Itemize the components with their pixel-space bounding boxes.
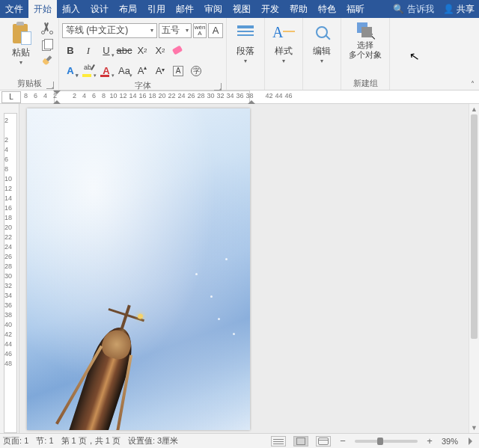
tab-home[interactable]: 开始: [28, 0, 57, 18]
tab-mailings[interactable]: 邮件: [171, 0, 199, 18]
grow-font-button[interactable]: A: [134, 63, 150, 79]
document-area: 2246810121416182022242628303234363840424…: [0, 104, 469, 433]
styles-dropdown[interactable]: ▾: [282, 58, 285, 64]
collapse-ribbon-button[interactable]: ˄: [471, 80, 475, 88]
clipboard-launcher[interactable]: [46, 82, 54, 89]
document-canvas[interactable]: [19, 104, 469, 433]
char-border-button[interactable]: A: [170, 63, 186, 79]
zoom-dialog-button[interactable]: [469, 438, 476, 445]
tab-file[interactable]: 文件: [0, 0, 28, 18]
paragraph-icon[interactable]: [234, 21, 257, 43]
eraser-button[interactable]: [170, 43, 186, 59]
vertical-scrollbar[interactable]: ▲ ▼: [469, 104, 479, 433]
tell-me-search[interactable]: 🔍 告诉我: [388, 3, 439, 16]
select-multiple-line2[interactable]: 多个对象: [349, 50, 382, 60]
web-layout-button[interactable]: [316, 436, 331, 447]
font-launcher[interactable]: [214, 83, 222, 90]
cut-button[interactable]: [40, 22, 54, 34]
search-icon: 🔍: [393, 4, 404, 14]
tab-review[interactable]: 审阅: [199, 0, 228, 18]
styles-group-label: [268, 78, 299, 90]
ribbon: 粘贴 ▾ 剪贴板 等线 (中文正文)▾ 五号▾ wénA A B I U▾: [0, 18, 479, 90]
bold-button[interactable]: B: [62, 43, 79, 59]
font-color-button[interactable]: ▾: [98, 63, 115, 79]
group-paragraph: 段落 ▾: [227, 18, 265, 90]
mouse-cursor: ↖: [408, 49, 420, 64]
zoom-value[interactable]: 39%: [442, 437, 458, 446]
menu-tabs: 文件 开始 插入 设计 布局 引用 邮件 审阅 视图 开发 帮助 特色 福昕 🔍…: [0, 0, 479, 18]
styles-button[interactable]: 样式: [275, 45, 293, 58]
format-painter-button[interactable]: [38, 52, 56, 70]
zoom-in-button[interactable]: +: [425, 435, 434, 447]
clear-formatting-button[interactable]: A: [208, 23, 223, 38]
highlight-button[interactable]: ▾: [80, 63, 97, 79]
read-mode-button[interactable]: [271, 436, 286, 447]
group-clipboard: 粘贴 ▾ 剪贴板: [0, 18, 59, 90]
paragraph-group-label: [230, 78, 261, 90]
tab-design[interactable]: 设计: [85, 0, 114, 18]
scroll-down[interactable]: ▼: [469, 423, 479, 433]
tab-view[interactable]: 视图: [228, 0, 256, 18]
paragraph-button[interactable]: 段落: [237, 45, 254, 58]
share-button[interactable]: 👤 共享: [439, 3, 479, 16]
newgroup-label: 新建组: [344, 78, 386, 90]
font-name-select[interactable]: 等线 (中文正文)▾: [62, 23, 157, 38]
select-multiple-icon[interactable]: ↖: [356, 21, 375, 40]
editing-dropdown[interactable]: ▾: [320, 58, 323, 64]
paste-dropdown[interactable]: ▾: [19, 59, 22, 66]
horizontal-ruler[interactable]: 8642246810121416182022242628303234363842…: [21, 90, 479, 104]
subscript-button[interactable]: X2: [134, 43, 150, 59]
tab-developer[interactable]: 开发: [256, 0, 284, 18]
ruler-row: L 86422468101214161820222426283032343638…: [0, 90, 479, 104]
page[interactable]: [27, 108, 250, 430]
clipboard-group-label: 剪贴板: [3, 78, 55, 90]
tab-layout[interactable]: 布局: [114, 0, 142, 18]
paragraph-dropdown[interactable]: ▾: [244, 58, 247, 64]
scroll-up[interactable]: ▲: [469, 104, 479, 114]
zoom-out-button[interactable]: −: [338, 435, 347, 447]
copy-button[interactable]: [40, 39, 54, 51]
tab-foxit[interactable]: 福昕: [341, 0, 370, 18]
status-bar: 页面: 1 节: 1 第 1 页，共 1 页 设置值: 3厘米 − + 39%: [0, 433, 479, 448]
italic-button[interactable]: I: [80, 43, 97, 59]
status-section[interactable]: 节: 1: [36, 435, 53, 447]
zoom-slider[interactable]: [355, 440, 418, 443]
tab-insert[interactable]: 插入: [57, 0, 85, 18]
shrink-font-button[interactable]: A: [152, 63, 168, 79]
status-pages[interactable]: 第 1 页，共 1 页: [61, 435, 120, 447]
cursor-icon: ↖: [368, 31, 376, 42]
hanging-indent[interactable]: [53, 96, 61, 104]
strikethrough-button[interactable]: abc: [116, 43, 132, 59]
vertical-ruler[interactable]: 2246810121416182022242628303234363840424…: [0, 104, 19, 433]
group-newgroup: ↖ 选择 多个对象 新建组: [341, 18, 390, 90]
tell-me-placeholder: 告诉我: [407, 3, 434, 16]
phonetic-guide-button[interactable]: wénA: [193, 23, 207, 38]
group-styles: A 样式 ▾: [265, 18, 303, 90]
right-indent[interactable]: [248, 96, 255, 104]
paste-button[interactable]: 粘贴: [12, 46, 30, 59]
scroll-thumb[interactable]: [471, 114, 478, 339]
tab-selector[interactable]: L: [1, 91, 21, 103]
superscript-button[interactable]: X2: [152, 43, 168, 59]
find-icon[interactable]: [311, 21, 333, 43]
change-case-button[interactable]: Aa▾: [116, 63, 132, 79]
paste-icon[interactable]: [10, 21, 31, 45]
status-setting[interactable]: 设置值: 3厘米: [128, 435, 178, 447]
group-font: 等线 (中文正文)▾ 五号▾ wénA A B I U▾ abc X2 X2 A…: [59, 18, 227, 90]
editing-button[interactable]: 编辑: [313, 45, 331, 58]
share-label: 共享: [457, 3, 475, 16]
text-effects-button[interactable]: A▾: [62, 63, 79, 79]
font-size-select[interactable]: 五号▾: [159, 23, 192, 38]
user-icon: 👤: [443, 4, 454, 14]
tab-special[interactable]: 特色: [313, 0, 341, 18]
styles-icon[interactable]: A: [272, 21, 295, 43]
print-layout-button[interactable]: [293, 436, 308, 447]
editing-group-label: [306, 78, 338, 90]
group-editing: 编辑 ▾: [303, 18, 341, 90]
status-page[interactable]: 页面: 1: [3, 435, 28, 447]
tab-help[interactable]: 帮助: [284, 0, 313, 18]
tab-references[interactable]: 引用: [142, 0, 171, 18]
enclosed-char-button[interactable]: 字: [188, 63, 204, 79]
underline-button[interactable]: U▾: [98, 43, 115, 59]
